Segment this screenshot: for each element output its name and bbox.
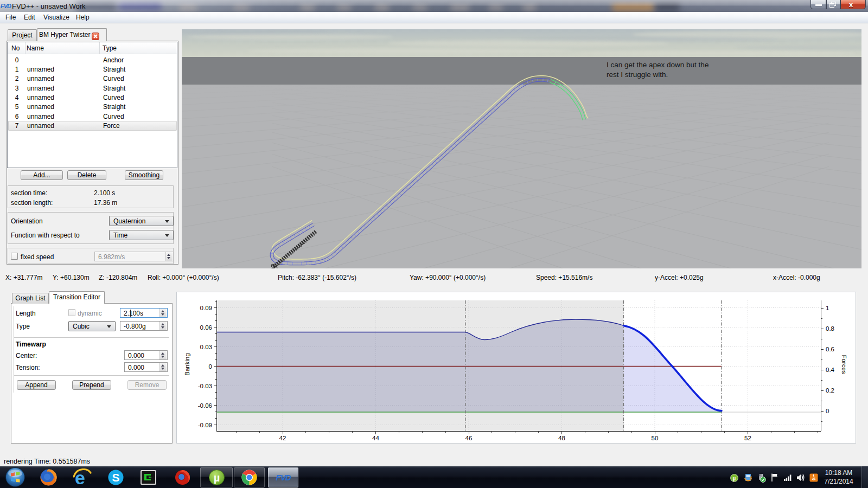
svg-text:0: 0 bbox=[209, 363, 212, 370]
svg-text:-0.09: -0.09 bbox=[198, 422, 212, 428]
svg-text:52: 52 bbox=[744, 435, 751, 441]
svg-text:0.6: 0.6 bbox=[826, 346, 834, 352]
svg-text:0.06: 0.06 bbox=[200, 324, 212, 331]
svg-text:0.8: 0.8 bbox=[826, 325, 834, 332]
svg-text:42: 42 bbox=[279, 435, 286, 441]
svg-text:µ: µ bbox=[214, 472, 220, 484]
svg-text:44: 44 bbox=[372, 435, 379, 441]
svg-text:48: 48 bbox=[558, 435, 565, 441]
svg-text:-0.03: -0.03 bbox=[198, 383, 212, 389]
svg-text:-0.06: -0.06 bbox=[198, 402, 212, 409]
svg-text:0.03: 0.03 bbox=[200, 344, 212, 350]
svg-text:50: 50 bbox=[652, 435, 659, 441]
svg-text:0.4: 0.4 bbox=[826, 367, 835, 373]
svg-text:0: 0 bbox=[826, 408, 829, 414]
svg-text:Forces: Forces bbox=[841, 355, 847, 374]
svg-text:46: 46 bbox=[465, 435, 473, 441]
svg-text:0.09: 0.09 bbox=[200, 305, 212, 311]
svg-text:0.2: 0.2 bbox=[826, 387, 834, 394]
svg-text:µ: µ bbox=[733, 476, 736, 481]
svg-text:S: S bbox=[112, 471, 119, 484]
svg-text:Banking: Banking bbox=[184, 353, 190, 376]
svg-text:1: 1 bbox=[826, 305, 829, 311]
